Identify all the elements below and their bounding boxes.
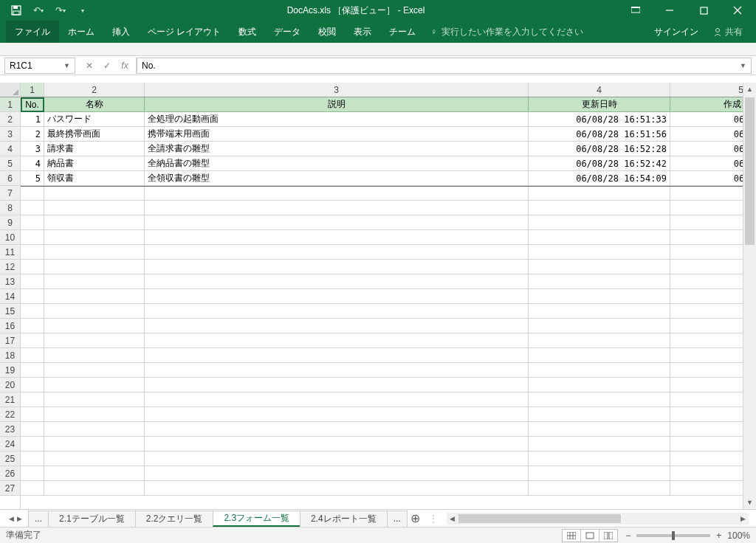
zoom-out-button[interactable]: − xyxy=(625,530,630,541)
empty-row[interactable] xyxy=(21,304,743,319)
view-page-layout-button[interactable] xyxy=(580,529,599,542)
row-header-19[interactable]: 19 xyxy=(0,363,20,378)
expand-formula-icon[interactable]: ▼ xyxy=(740,62,746,69)
hdr-desc[interactable]: 説明 xyxy=(145,97,529,112)
zoom-slider[interactable] xyxy=(636,534,710,537)
row-header-22[interactable]: 22 xyxy=(0,407,20,422)
tab-view[interactable]: 表示 xyxy=(345,21,380,43)
new-sheet-button[interactable]: ⊕ xyxy=(407,511,425,525)
cell-upd[interactable]: 06/08/28 16:54:09 xyxy=(529,171,670,185)
tab-data[interactable]: データ xyxy=(265,21,309,43)
vertical-scrollbar[interactable]: ▲ ▼ xyxy=(743,83,756,509)
empty-row[interactable] xyxy=(21,319,743,333)
sheet-tab-more-left[interactable]: ... xyxy=(28,511,49,527)
scroll-down-arrow[interactable]: ▼ xyxy=(743,496,756,509)
cell-name[interactable]: 請求書 xyxy=(44,142,145,156)
row-header-21[interactable]: 21 xyxy=(0,392,20,407)
cell-desc[interactable]: 全処理の起動画面 xyxy=(145,112,529,126)
formula-input[interactable]: No. ▼ xyxy=(137,58,752,74)
cell-name[interactable]: 領収書 xyxy=(44,171,145,185)
zoom-level[interactable]: 100% xyxy=(727,530,750,541)
minimize-button[interactable] xyxy=(653,0,687,21)
row-header-17[interactable]: 17 xyxy=(0,333,20,348)
close-button[interactable] xyxy=(721,0,755,21)
row-header-23[interactable]: 23 xyxy=(0,422,20,437)
cell-cre[interactable]: 06/08/28 14:54 xyxy=(670,142,743,156)
empty-row[interactable] xyxy=(21,186,743,201)
row-header-5[interactable]: 5 xyxy=(0,156,20,171)
row-header-9[interactable]: 9 xyxy=(0,215,20,230)
undo-button[interactable]: ↶▾ xyxy=(28,1,49,19)
tab-team[interactable]: チーム xyxy=(380,21,425,43)
redo-button[interactable]: ↷▾ xyxy=(50,1,71,19)
tab-home[interactable]: ホーム xyxy=(59,21,103,43)
empty-row[interactable] xyxy=(21,437,743,452)
cell-desc[interactable]: 全納品書の雛型 xyxy=(145,156,529,170)
tab-insert[interactable]: 挿入 xyxy=(103,21,139,43)
scroll-right-arrow[interactable]: ▶ xyxy=(737,515,749,522)
col-header-4[interactable]: 4 xyxy=(529,83,670,97)
tab-file[interactable]: ファイル xyxy=(6,21,59,43)
hdr-name[interactable]: 名称 xyxy=(44,97,145,112)
empty-row[interactable] xyxy=(21,422,743,437)
row-header-4[interactable]: 4 xyxy=(0,142,20,156)
cell-no[interactable]: 1 xyxy=(21,112,44,126)
cell-upd[interactable]: 06/08/28 16:51:33 xyxy=(529,112,670,126)
empty-row[interactable] xyxy=(21,481,743,496)
horizontal-scrollbar[interactable]: ◀ ▶ xyxy=(447,513,749,525)
row-header-24[interactable]: 24 xyxy=(0,437,20,452)
share-button[interactable]: 共有 xyxy=(706,26,750,38)
cell-cre[interactable]: 06/08/28 15:29 xyxy=(670,112,743,126)
cell-no[interactable]: 3 xyxy=(21,142,44,156)
row-header-18[interactable]: 18 xyxy=(0,348,20,363)
scroll-thumb-h[interactable] xyxy=(458,514,621,523)
view-normal-button[interactable] xyxy=(562,529,581,542)
tab-formulas[interactable]: 数式 xyxy=(230,21,265,43)
col-header-2[interactable]: 2 xyxy=(44,83,145,97)
row-header-13[interactable]: 13 xyxy=(0,274,20,289)
row-header-26[interactable]: 26 xyxy=(0,466,20,481)
insert-function-button[interactable]: fx xyxy=(117,60,133,71)
ribbon-options-button[interactable] xyxy=(619,0,653,21)
empty-row[interactable] xyxy=(21,245,743,260)
cell-cre[interactable]: 06/08/28 14:59 xyxy=(670,156,743,170)
empty-row[interactable] xyxy=(21,348,743,363)
cell-no[interactable]: 5 xyxy=(21,171,44,185)
cells-area[interactable]: No. 名称 説明 更新日時 作成日時 1パスワード全処理の起動画面06/08/… xyxy=(21,97,743,496)
empty-row[interactable] xyxy=(21,466,743,481)
cancel-formula-button[interactable]: ✕ xyxy=(81,60,97,71)
cell-no[interactable]: 2 xyxy=(21,127,44,141)
hdr-cre[interactable]: 作成日時 xyxy=(670,97,743,112)
empty-row[interactable] xyxy=(21,378,743,392)
empty-row[interactable] xyxy=(21,289,743,304)
row-header-6[interactable]: 6 xyxy=(0,171,20,186)
scroll-up-arrow[interactable]: ▲ xyxy=(743,83,756,96)
empty-row[interactable] xyxy=(21,407,743,422)
row-header-11[interactable]: 11 xyxy=(0,245,20,260)
col-header-5[interactable]: 5 xyxy=(670,83,743,97)
tell-me-search[interactable]: ♀ 実行したい作業を入力してください xyxy=(425,26,589,38)
scroll-thumb-v[interactable] xyxy=(745,97,755,245)
cell-upd[interactable]: 06/08/28 16:52:42 xyxy=(529,156,670,170)
col-header-3[interactable]: 3 xyxy=(145,83,529,97)
row-header-1[interactable]: 1 xyxy=(0,97,20,112)
row-header-7[interactable]: 7 xyxy=(0,186,20,201)
cell-desc[interactable]: 全領収書の雛型 xyxy=(145,171,529,185)
enter-formula-button[interactable]: ✓ xyxy=(99,60,115,71)
row-header-20[interactable]: 20 xyxy=(0,378,20,392)
row-header-16[interactable]: 16 xyxy=(0,319,20,333)
cell-name[interactable]: 納品書 xyxy=(44,156,145,170)
row-header-27[interactable]: 27 xyxy=(0,481,20,496)
sheet-tab-forms[interactable]: 2.3フォーム一覧 xyxy=(213,511,300,527)
row-header-12[interactable]: 12 xyxy=(0,260,20,274)
sheet-tab-tables[interactable]: 2.1テーブル一覧 xyxy=(48,511,136,527)
cell-upd[interactable]: 06/08/28 16:52:28 xyxy=(529,142,670,156)
sign-in-link[interactable]: サインイン xyxy=(647,26,706,38)
tab-page-layout[interactable]: ページ レイアウト xyxy=(139,21,230,43)
empty-row[interactable] xyxy=(21,333,743,348)
sheet-tab-more-right[interactable]: ... xyxy=(387,511,408,527)
select-all-button[interactable] xyxy=(0,83,20,97)
row-header-25[interactable]: 25 xyxy=(0,452,20,466)
cell-name[interactable]: 最終携帯画面 xyxy=(44,127,145,141)
cell-desc[interactable]: 携帯端末用画面 xyxy=(145,127,529,141)
